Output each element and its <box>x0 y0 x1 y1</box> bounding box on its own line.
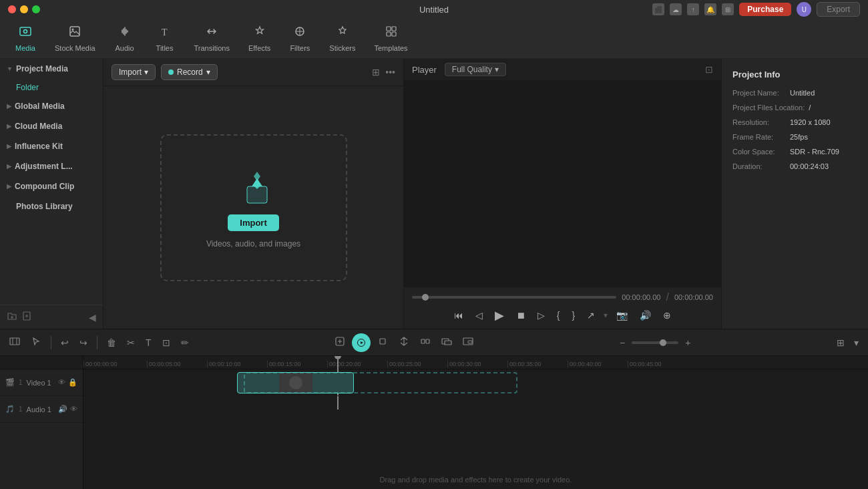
crop-button[interactable]: ⊡ <box>158 335 174 351</box>
undo-button[interactable]: ↩ <box>57 335 73 351</box>
draw-button[interactable]: ✏ <box>177 335 193 351</box>
frame-back-button[interactable]: ◁ <box>472 308 486 323</box>
import-drop-button[interactable]: Import <box>228 214 278 231</box>
sidebar-item-global-media[interactable]: ▶ Global Media <box>0 96 103 116</box>
audio-icon <box>118 25 132 41</box>
overlay-button[interactable] <box>437 333 456 351</box>
toolbar-item-stickers[interactable]: Stickers <box>320 21 365 56</box>
redo-button[interactable]: ↪ <box>75 335 91 351</box>
toolbar-item-titles[interactable]: T Titles <box>145 21 185 56</box>
sidebar-item-cloud-media[interactable]: ▶ Cloud Media <box>0 116 103 136</box>
grid-icon[interactable]: ⊞ <box>722 3 734 15</box>
settings-button[interactable]: ⊕ <box>660 308 674 323</box>
track-lock-icon[interactable]: 🔒 <box>68 378 77 387</box>
progress-thumb <box>422 294 429 301</box>
chevron-down-icon: ▼ <box>7 65 13 72</box>
info-value-colorspace: SDR - Rnc.709 <box>790 148 839 156</box>
toolbar-item-transitions[interactable]: Transitions <box>185 21 239 56</box>
svg-point-1 <box>24 30 27 33</box>
record-button[interactable]: Record ▾ <box>161 64 218 80</box>
timeline-stop-button[interactable] <box>373 333 392 351</box>
track-eye-icon[interactable]: 👁 <box>58 378 65 387</box>
ruler-tick-8: 00:00:40:00 <box>568 361 628 367</box>
quality-selector[interactable]: Full Quality ▾ <box>445 63 506 76</box>
toolbar-item-audio[interactable]: Audio <box>105 21 145 56</box>
sidebar-item-project-media[interactable]: ▼ Project Media <box>0 59 103 79</box>
sidebar-item-adjustment[interactable]: ▶ Adjustment L... <box>0 156 103 176</box>
frame-forward-button[interactable]: ▷ <box>534 308 548 323</box>
toolbar-item-effects[interactable]: Effects <box>239 21 280 56</box>
info-value-resolution: 1920 x 1080 <box>790 118 831 126</box>
track-mute-icon[interactable]: 🔊 <box>58 405 67 414</box>
out-point-button[interactable]: } <box>569 308 579 323</box>
grid-toggle-button[interactable]: ⊞ <box>833 335 849 351</box>
sidebar-item-influence-kit[interactable]: ▶ Influence Kit <box>0 136 103 156</box>
sidebar-item-photos-library[interactable]: Photos Library <box>0 196 103 216</box>
info-label-name: Project Name: <box>732 89 786 97</box>
quality-label: Full Quality <box>452 65 492 74</box>
info-label-location: Project Files Location: <box>732 104 805 112</box>
svg-rect-13 <box>10 338 19 345</box>
stickers-icon <box>336 25 349 41</box>
avatar[interactable]: U <box>797 2 811 17</box>
import-button[interactable]: Import ▾ <box>112 64 156 80</box>
merge-button[interactable] <box>416 333 435 351</box>
toolbar-item-stock-media[interactable]: Stock Media <box>45 21 105 56</box>
ruler-tick-9: 00:00:45:00 <box>628 361 688 367</box>
timeline-select-btn[interactable] <box>27 333 45 351</box>
zoom-out-button[interactable]: − <box>616 335 629 351</box>
info-row-name: Project Name: Untitled <box>732 89 857 97</box>
sidebar: ▼ Project Media Folder ▶ Global Media ▶ … <box>0 59 103 329</box>
player-label: Player <box>412 65 437 75</box>
close-button[interactable] <box>8 5 16 13</box>
ruler-tick-5: 00:00:25:00 <box>387 361 447 367</box>
pip-button[interactable] <box>459 333 477 351</box>
grid-more-button[interactable]: ▾ <box>850 335 863 351</box>
sidebar-subitem-folder[interactable]: Folder <box>0 79 103 96</box>
bell-icon[interactable]: 🔔 <box>704 3 716 15</box>
upload-icon[interactable]: ↑ <box>687 3 699 15</box>
skip-back-button[interactable]: ⏮ <box>451 308 467 323</box>
text-button[interactable]: T <box>142 335 156 351</box>
add-media-button[interactable] <box>331 333 349 351</box>
add-file-icon[interactable] <box>21 311 32 323</box>
monitor-icon[interactable]: ⬛ <box>652 3 664 15</box>
timeline-scene-btn[interactable] <box>5 333 24 351</box>
timeline-content: 🎬 1 Video 1 👁 🔒 🎵 1 Audio 1 🔊 👁 <box>0 356 868 489</box>
stop-button[interactable]: ⏹ <box>513 308 529 323</box>
add-folder-icon[interactable] <box>7 311 17 323</box>
sidebar-item-compound-clip[interactable]: ▶ Compound Clip <box>0 176 103 196</box>
player-area <box>404 81 721 287</box>
zoom-track[interactable] <box>632 341 678 344</box>
cut-button[interactable]: ✂ <box>123 335 139 351</box>
collapse-sidebar-icon[interactable]: ◀ <box>89 312 96 323</box>
maximize-button[interactable] <box>32 5 40 13</box>
export-button[interactable]: Export <box>817 2 860 17</box>
toolbar-item-filters[interactable]: Filters <box>280 21 320 56</box>
timeline-play-button[interactable] <box>352 333 371 352</box>
in-point-button[interactable]: { <box>554 308 564 323</box>
toolbar-item-media[interactable]: Media <box>5 21 45 56</box>
fullscreen-icon[interactable]: ⊡ <box>705 64 713 75</box>
play-button[interactable]: ▶ <box>491 306 507 325</box>
minimize-button[interactable] <box>20 5 28 13</box>
delete-button[interactable]: 🗑 <box>103 335 120 351</box>
split-button[interactable] <box>395 333 413 351</box>
stock-media-icon <box>68 25 81 41</box>
timeline-tracks[interactable]: Drag and drop media and effects here to … <box>83 369 868 489</box>
video-track-label: 🎬 1 Video 1 👁 🔒 <box>0 369 83 396</box>
audio-track-name: Audio 1 <box>27 405 51 414</box>
purchase-button[interactable]: Purchase <box>739 3 791 16</box>
track-solo-icon[interactable]: 👁 <box>70 405 77 414</box>
audio-button[interactable]: 🔊 <box>636 308 654 323</box>
ruler-tick-0: 00:00:00:00 <box>83 361 147 367</box>
snapshot-button[interactable]: 📷 <box>613 308 631 323</box>
zoom-in-button[interactable]: + <box>681 335 694 351</box>
more-options-icon[interactable]: ••• <box>385 67 395 77</box>
progress-bar[interactable] <box>412 296 616 299</box>
toolbar-item-templates[interactable]: Templates <box>365 21 417 56</box>
filter-icon[interactable]: ⊞ <box>372 67 380 77</box>
insert-button[interactable]: ↗ <box>584 308 598 323</box>
cloud-icon[interactable]: ☁ <box>670 3 682 15</box>
audio-track-number: 1 <box>19 405 23 413</box>
